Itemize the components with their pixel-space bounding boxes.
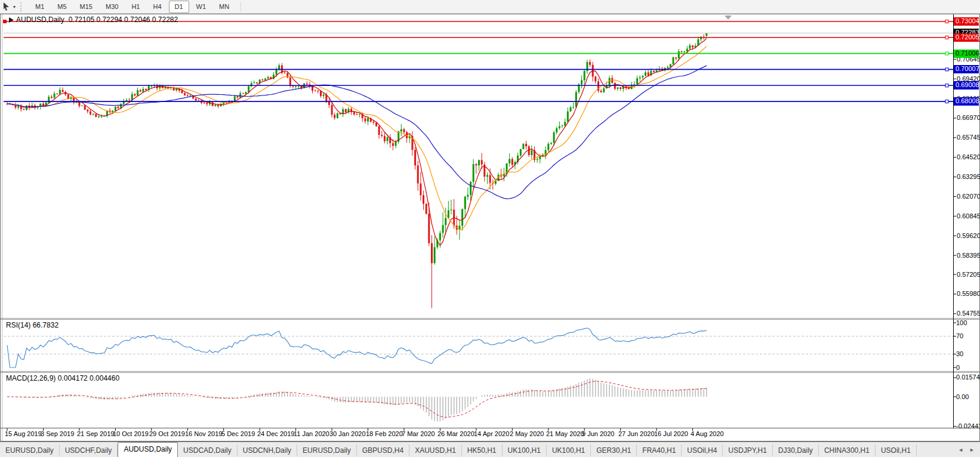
chart-tab-uk100-h1-9[interactable]: UK100,H1: [503, 444, 547, 456]
price-level-badge[interactable]: 0.71006: [954, 50, 979, 58]
chart-tab-hk50-h1-8[interactable]: HK50,H1: [462, 444, 503, 456]
line-handle-left[interactable]: [3, 20, 7, 23]
chart-tab-usdjpy-h1-14[interactable]: USDJPY,H1: [723, 444, 772, 456]
price-level-badge[interactable]: 0.72005: [954, 33, 979, 42]
chart-tab-china300-h1-16[interactable]: CHINA300,H1: [819, 444, 876, 456]
chart-tab-dj30-daily-15[interactable]: DJ30,Daily: [773, 444, 819, 456]
price-level-badge[interactable]: 0.69008: [954, 81, 979, 89]
chart-tab-usdchf-daily-1[interactable]: USDCHF,Daily: [60, 444, 118, 456]
chart-tab-xauusd-h1-7[interactable]: XAUUSD,H1: [409, 444, 462, 456]
price-level-badge[interactable]: 0.68008: [954, 97, 979, 106]
tab-scroll-arrows: ◄►: [955, 442, 980, 457]
chart-frame-border: [1, 14, 980, 441]
price-level-badge[interactable]: 0.70007: [954, 65, 979, 73]
line-handle[interactable]: [945, 84, 948, 87]
chart-tab-usoil-h1-17[interactable]: USOil,H1: [876, 444, 917, 456]
chart-canvas[interactable]: [0, 0, 980, 457]
chart-tab-usoil-h4-13[interactable]: USOil,H4: [682, 444, 723, 456]
chart-tab-gbpusd-h4-6[interactable]: GBPUSD,H4: [357, 444, 409, 456]
line-handle[interactable]: [945, 20, 948, 23]
line-handle[interactable]: [945, 52, 948, 55]
chart-tab-usdcad-daily-3[interactable]: USDCAD,Daily: [178, 444, 238, 456]
price-level-badge[interactable]: 0.73004: [954, 17, 979, 26]
chart-tab-audusd-daily-2[interactable]: AUDUSD,Daily: [118, 442, 178, 457]
chart-tab-usdcnh-daily-4[interactable]: USDCNH,Daily: [238, 444, 297, 456]
line-handle[interactable]: [945, 100, 948, 103]
mt4-chart-window: ▾ M1M5M15M30H1H4D1W1MN AUDUSD,Daily0.721…: [0, 0, 980, 457]
chart-tab-uk100-h1-10[interactable]: UK100,H1: [547, 444, 591, 456]
chart-tab-fra40-h1-12[interactable]: FRA40,H1: [637, 444, 682, 456]
chart-tab-ger30-h1-11[interactable]: GER30,H1: [591, 444, 637, 456]
line-handle[interactable]: [945, 68, 948, 71]
chart-tab-eurusd-daily-5[interactable]: EURUSD,Daily: [297, 444, 357, 456]
tab-scroll-right-button[interactable]: ►: [966, 447, 978, 453]
chart-tab-bar: EURUSD,DailyUSDCHF,DailyAUDUSD,DailyUSDC…: [0, 441, 980, 457]
line-handle[interactable]: [945, 36, 948, 39]
tab-scroll-left-button[interactable]: ◄: [955, 447, 966, 453]
chart-tab-eurusd-daily-0[interactable]: EURUSD,Daily: [0, 444, 60, 456]
